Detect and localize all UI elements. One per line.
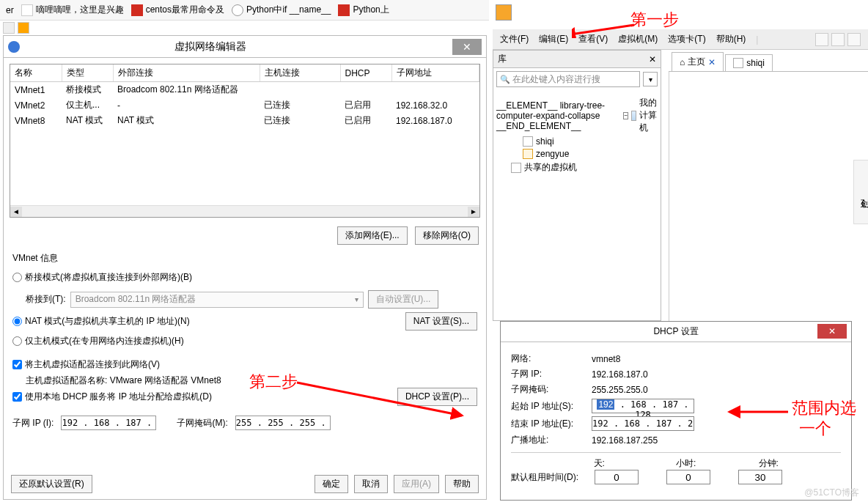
lease-hour-input[interactable] (666, 470, 710, 484)
dhcp-net-label: 网络: (511, 352, 592, 365)
toolbar-icon[interactable] (847, 33, 861, 46)
computer-icon (631, 111, 636, 121)
scroll-right-icon[interactable]: ► (468, 207, 479, 217)
subnet-ip-input[interactable] (61, 416, 156, 430)
favicon-icon (232, 4, 243, 16)
nat-label: NAT 模式(与虚拟机共享主机的 IP 地址)(N) (25, 315, 190, 328)
col-dhcp[interactable]: DHCP (340, 64, 391, 82)
content-area: 创廴 (669, 72, 868, 321)
apply-button[interactable]: 应用(A) (394, 475, 439, 493)
dhcp-settings-button[interactable]: DHCP 设置(P)... (397, 388, 477, 406)
restore-defaults-button[interactable]: 还原默认设置(R) (11, 475, 92, 493)
tree-node[interactable]: zengyue (496, 149, 658, 159)
dhcp-mask-label: 子网掩码: (511, 383, 592, 396)
tree-node-shared[interactable]: 共享的虚拟机 (496, 161, 658, 174)
bridge-radio[interactable] (12, 273, 22, 282)
home-icon: ⌂ (680, 57, 685, 67)
search-dropdown-button[interactable]: ▾ (643, 72, 658, 86)
col-subnet[interactable]: 子网地址 (391, 64, 479, 82)
bookmark-item[interactable]: centos最常用命令及 (131, 4, 224, 16)
dhcp-net-value: vmnet8 (592, 354, 620, 364)
hostonly-radio[interactable] (12, 336, 22, 346)
close-button[interactable]: ✕ (452, 39, 482, 55)
chevron-down-icon: ▾ (355, 295, 358, 303)
bridge-label: 桥接模式(将虚拟机直接连接到外部网络)(B) (25, 271, 192, 284)
bookmark-item[interactable]: Python上 (338, 4, 389, 16)
tab-shiqi[interactable]: shiqi (725, 54, 773, 71)
table-row[interactable]: VMnet8NAT 模式NAT 模式已连接已启用192.168.187.0 (10, 113, 479, 128)
ok-button[interactable]: 确定 (315, 475, 348, 493)
virtual-network-editor-dialog: 虚拟网络编辑器 ✕ 名称 类型 外部连接 主机连接 DHCP 子网地址 VMne… (3, 35, 487, 500)
menu-tabs[interactable]: 选项卡(T) (668, 33, 705, 45)
toolbar-icon[interactable] (831, 33, 845, 46)
bookmarks-bar: er 嘀哩嘀哩，这里是兴趣 centos最常用命令及 Python中if __n… (0, 0, 489, 21)
favicon-icon (338, 4, 350, 16)
lease-min-input[interactable] (738, 470, 782, 484)
col-type[interactable]: 类型 (62, 64, 113, 82)
vm-icon (523, 149, 533, 159)
library-panel: 库 ✕ 🔍 在此处键入内容进行搜 ▾ __ELEMENT__ library-t… (493, 50, 661, 321)
library-title: 库 (498, 53, 507, 65)
side-create-strip[interactable]: 创廴 (853, 160, 868, 224)
close-icon[interactable]: ✕ (708, 57, 716, 67)
dhcp-end-input[interactable] (592, 416, 694, 431)
bookmark-item[interactable]: Python中if __name__ (232, 4, 331, 16)
col-min: 分钟: (759, 457, 842, 470)
add-network-button[interactable]: 添加网络(E)... (337, 226, 408, 245)
auto-settings-button[interactable]: 自动设置(U)... (368, 290, 439, 309)
col-host[interactable]: 主机连接 (260, 64, 340, 82)
image-icon[interactable] (18, 22, 29, 34)
vm-icon (523, 136, 533, 147)
col-ext[interactable]: 外部连接 (113, 64, 260, 82)
host-adapter-name: 主机虚拟适配器名称: VMware 网络适配器 VMnet8 (26, 374, 486, 387)
dhcp-label: 使用本地 DHCP 服务将 IP 地址分配给虚拟机(D) (25, 391, 212, 403)
dhcp-subnet-value: 192.168.187.0 (592, 369, 648, 380)
small-toolbar (0, 21, 66, 35)
subnet-mask-input[interactable] (235, 416, 331, 430)
dialog-title: 虚拟网络编辑器 (0, 40, 452, 53)
collapse-icon[interactable]: − (623, 112, 628, 119)
shared-icon (511, 163, 521, 173)
dhcp-start-label: 起始 IP 地址(S): (511, 400, 592, 413)
close-icon[interactable]: ✕ (649, 54, 656, 64)
subnet-ip-label: 子网 IP (I): (12, 417, 54, 429)
horizontal-scrollbar[interactable]: ◄► (10, 205, 479, 217)
nat-settings-button[interactable]: NAT 设置(S)... (405, 312, 477, 331)
toolbar-icon[interactable] (815, 33, 828, 46)
favicon-icon (21, 4, 33, 16)
hostonly-label: 仅主机模式(在专用网络内连接虚拟机)(H) (25, 335, 184, 347)
toolbar-icon[interactable] (3, 22, 15, 34)
subnet-mask-label: 子网掩码(M): (177, 417, 227, 429)
menu-view[interactable]: 查看(V) (578, 33, 608, 45)
lease-day-input[interactable] (595, 470, 639, 484)
bookmark-item[interactable]: er (6, 5, 14, 15)
table-row[interactable]: VMnet2仅主机...-已连接已启用192.168.32.0 (10, 97, 479, 113)
cancel-button[interactable]: 取消 (354, 475, 388, 493)
remove-network-button[interactable]: 移除网络(O) (415, 226, 479, 245)
network-table[interactable]: 名称 类型 外部连接 主机连接 DHCP 子网地址 VMnet1桥接模式Broa… (10, 64, 480, 218)
tab-home[interactable]: ⌂主页✕ (672, 52, 724, 71)
col-name[interactable]: 名称 (10, 64, 62, 82)
table-row[interactable]: VMnet1桥接模式Broadcom 802.11n 网络适配器 (10, 82, 479, 98)
bookmark-item[interactable]: 嘀哩嘀哩，这里是兴趣 (21, 4, 124, 16)
tree-node[interactable]: shiqi (496, 136, 658, 147)
menu-vm[interactable]: 虚拟机(M) (618, 33, 658, 45)
close-button[interactable]: ✕ (817, 324, 847, 339)
scroll-left-icon[interactable]: ◄ (10, 207, 22, 217)
menu-edit[interactable]: 编辑(E) (539, 33, 568, 45)
dhcp-broadcast-label: 广播地址: (511, 434, 592, 446)
host-adapter-checkbox[interactable] (12, 360, 22, 369)
dhcp-checkbox[interactable] (12, 392, 22, 402)
vm-icon (733, 58, 743, 68)
watermark: @51CTO博客 (804, 487, 859, 499)
dhcp-end-label: 结束 IP 地址(E): (511, 418, 592, 430)
tree-node-root[interactable]: __ELEMENT__ library-tree-computer-expand… (496, 97, 658, 134)
default-lease-label: 默认租用时间(D): (511, 471, 592, 484)
library-search-input[interactable]: 🔍 在此处键入内容进行搜 (496, 71, 640, 87)
help-button[interactable]: 帮助 (445, 475, 479, 493)
bridge-to-combo[interactable]: Broadcom 802.11n 网络适配器▾ (70, 292, 364, 308)
dhcp-start-input[interactable]: 192 . 168 . 187 . 128 (592, 399, 694, 413)
nat-radio[interactable] (12, 317, 22, 326)
menu-help[interactable]: 帮助(H) (716, 33, 746, 45)
menu-file[interactable]: 文件(F) (500, 33, 529, 45)
